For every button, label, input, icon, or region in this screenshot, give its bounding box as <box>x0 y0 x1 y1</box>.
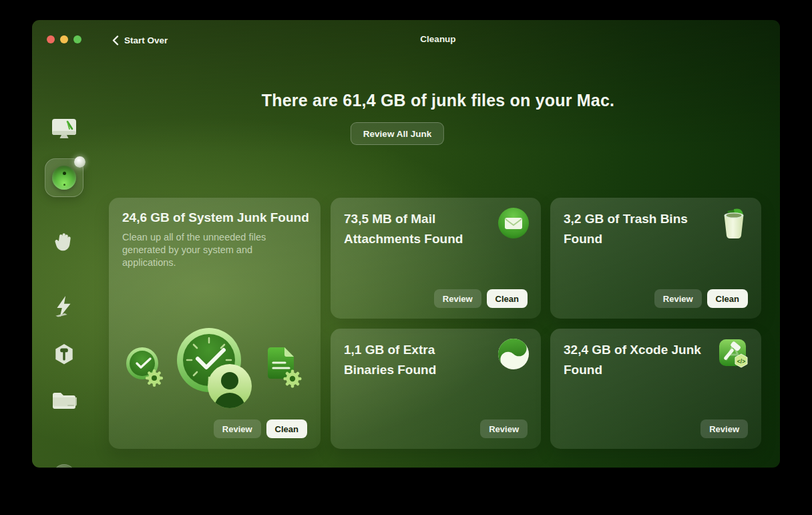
sidebar <box>32 60 96 468</box>
small-clock-gear-icon <box>125 346 166 390</box>
system-junk-illustration <box>109 325 321 411</box>
xcode-hammer-badge-icon: </> <box>718 338 750 370</box>
clean-button[interactable]: Clean <box>266 419 307 438</box>
app-window: Start Over Cleanup <box>32 20 780 468</box>
card-trash-bins: 3,2 GB of Trash Bins Found Review Clean <box>550 198 761 319</box>
sidebar-item-applications[interactable] <box>32 343 96 367</box>
clean-button[interactable]: Clean <box>707 289 748 308</box>
review-button[interactable]: Review <box>700 419 748 438</box>
page-title: There are 61,4 GB of junk files on your … <box>96 91 780 110</box>
traffic-lights <box>47 35 81 43</box>
lightning-icon <box>53 295 75 319</box>
review-button[interactable]: Review <box>214 419 261 438</box>
card-description: Clean up all of the unneeded files gener… <box>122 231 292 269</box>
mail-envelope-circle-icon <box>497 207 530 239</box>
review-button[interactable]: Review <box>654 289 702 308</box>
assistant-dots-icon <box>53 464 75 468</box>
document-gear-icon <box>262 345 305 391</box>
notification-dot <box>74 156 85 168</box>
svg-text:</>: </> <box>737 358 745 365</box>
zoom-button[interactable] <box>73 35 81 43</box>
sidebar-item-files[interactable] <box>32 389 96 411</box>
trash-bin-icon <box>718 207 750 239</box>
review-button[interactable]: Review <box>434 289 481 308</box>
window-title: Cleanup <box>96 34 780 44</box>
hand-icon <box>53 230 75 254</box>
card-xcode-junk: 32,4 GB of Xcode Junk Found </> Review <box>550 329 761 449</box>
card-system-junk: 24,6 GB of System Junk Found Clean up al… <box>109 198 321 449</box>
sidebar-item-performance[interactable] <box>32 295 96 319</box>
clean-button[interactable]: Clean <box>487 289 528 308</box>
big-clock-user-icon <box>176 327 253 409</box>
cleanup-ball-icon <box>52 166 76 190</box>
close-button[interactable] <box>47 35 55 43</box>
ball-chin-dot <box>63 184 65 186</box>
yin-yang-swirl-icon <box>497 338 530 370</box>
card-extra-binaries: 1,1 GB of Extra Binaries Found Review <box>331 329 541 449</box>
card-title: 73,5 MB of Mail Attachments Found <box>344 209 487 249</box>
assistant-button[interactable] <box>32 464 96 468</box>
card-title: 32,4 GB of Xcode Junk Found <box>564 340 708 380</box>
card-title: 3,2 GB of Trash Bins Found <box>564 209 708 249</box>
review-all-junk-button[interactable]: Review All Junk <box>351 122 444 145</box>
card-mail-attachments: 73,5 MB of Mail Attachments Found Review… <box>331 198 541 319</box>
hexagon-hammer-icon <box>53 343 75 367</box>
card-title: 1,1 GB of Extra Binaries Found <box>344 340 487 380</box>
card-title: 24,6 GB of System Junk Found <box>122 209 310 226</box>
sidebar-item-cleanup[interactable] <box>45 158 83 197</box>
display-icon <box>50 117 78 141</box>
sidebar-item-protection[interactable] <box>32 230 96 254</box>
review-button[interactable]: Review <box>480 419 528 438</box>
folder-icon <box>51 389 77 411</box>
ball-eye-dot <box>63 172 66 175</box>
sidebar-item-smart-care[interactable] <box>32 117 96 141</box>
titlebar: Start Over Cleanup <box>32 20 780 60</box>
minimize-button[interactable] <box>60 35 68 43</box>
